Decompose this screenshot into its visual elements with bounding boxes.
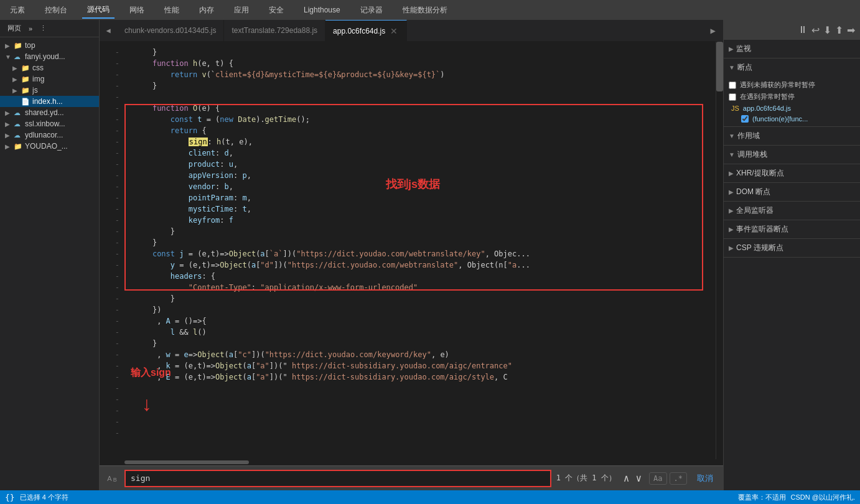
section-callstack: ▼ 调用堆栈 — [724, 146, 860, 164]
tree-item-ydlunaco[interactable]: ▶ ☁ ydlunacor... — [0, 129, 99, 141]
folder-icon-js: 📁 — [21, 86, 30, 95]
breakpoint-file[interactable]: JS app.0c6fc64d.js — [729, 103, 855, 114]
breakpoints-arrow-icon: ▼ — [729, 64, 735, 71]
nav-recorder[interactable]: 记录器 — [355, 2, 388, 18]
tree-item-img[interactable]: ▶ 📁 img — [0, 73, 99, 85]
step-into-btn[interactable]: ⬇ — [823, 24, 831, 36]
nav-sources[interactable]: 源代码 — [82, 2, 115, 19]
dom-title: DOM 断点 — [736, 187, 770, 197]
tree-item-index[interactable]: 📄 index.h... — [0, 96, 99, 107]
sidebar-tab-menu[interactable]: ⋮ — [37, 23, 49, 34]
cloud-icon-shared: ☁ — [14, 109, 22, 117]
tree-item-ssl[interactable]: ▶ ☁ ssl.xinbow... — [0, 118, 99, 129]
tree-arrow-js: ▶ — [12, 87, 19, 94]
step-out-btn[interactable]: ⬆ — [835, 24, 843, 36]
search-prev-btn[interactable]: ∧ — [621, 471, 632, 485]
section-csp-header[interactable]: ▶ CSP 违规断点 — [724, 239, 860, 257]
tab-nav-right-btn[interactable]: ▶ — [708, 24, 718, 37]
tree-arrow-top: ▶ — [5, 42, 11, 49]
pause-btn[interactable]: ⏸ — [798, 24, 808, 35]
nav-network[interactable]: 网络 — [124, 2, 149, 18]
nav-memory[interactable]: 内存 — [194, 2, 219, 18]
nav-perf-insights[interactable]: 性能数据分析 — [398, 2, 452, 18]
sidebar-tab-more[interactable]: » — [26, 24, 35, 34]
search-input-wrapper[interactable] — [124, 470, 551, 487]
scrollbar-thumb[interactable] — [716, 42, 723, 91]
tree-item-css[interactable]: ▶ 📁 css — [0, 62, 99, 73]
checkbox-caught-label: 在遇到异常时暂停 — [740, 92, 795, 101]
tree-arrow-img: ▶ — [12, 76, 19, 83]
tab-nav-left[interactable]: ◀ — [100, 26, 117, 35]
tree-arrow-youdao: ▶ — [5, 143, 11, 150]
tab-bar-right: ▶ — [708, 24, 723, 37]
tab-close-app[interactable]: ✕ — [389, 26, 399, 36]
tab-app[interactable]: app.0c6fc64d.js ✕ — [325, 20, 407, 42]
tab-chunk-vendors[interactable]: chunk-vendors.d01434d5.js — [117, 20, 224, 42]
code-content[interactable]: 找到js数据 } function h(e, t) { return v(`cl… — [124, 42, 716, 459]
status-bar: {} 已选择 4 个字符 覆盖率：不适用 CSDN @以山河作礼. — [0, 490, 860, 504]
case-sensitive-btn[interactable]: Aa — [649, 472, 666, 485]
breakpoint-func-label: (function(e){func... — [752, 115, 808, 123]
tree-label-ssl: ssl.xinbow... — [25, 119, 65, 128]
section-scope: ▼ 作用域 — [724, 127, 860, 146]
vertical-scrollbar[interactable] — [716, 42, 723, 459]
section-global-header[interactable]: ▶ 全局监听器 — [724, 202, 860, 220]
nav-console[interactable]: 控制台 — [40, 2, 72, 18]
section-breakpoints-header[interactable]: ▼ 断点 — [724, 58, 860, 77]
line-numbers: - - - - - - - - - - - - - - - — [100, 42, 124, 459]
tab-bar: ◀ chunk-vendors.d01434d5.js textTranslat… — [100, 20, 723, 42]
sidebar-tab-webpage[interactable]: 网页 — [5, 22, 24, 34]
cloud-icon-ssl: ☁ — [14, 120, 22, 128]
folder-icon-img: 📁 — [21, 75, 30, 83]
breakpoint-func-checkbox[interactable] — [741, 115, 749, 123]
tree-item-js[interactable]: ▶ 📁 js — [0, 85, 99, 96]
tree-arrow-ssl: ▶ — [5, 121, 11, 128]
section-watch-header[interactable]: ▶ 监视 — [724, 40, 860, 58]
csp-arrow-icon: ▶ — [729, 245, 734, 251]
tab-label-chunk-vendors: chunk-vendors.d01434d5.js — [124, 26, 216, 35]
bottom-scrollbar[interactable] — [100, 459, 723, 465]
tree-item-shared[interactable]: ▶ ☁ shared.yd... — [0, 107, 99, 118]
tree-item-youdao[interactable]: ▶ 📁 YOUDAO_... — [0, 141, 99, 152]
nav-security[interactable]: 安全 — [264, 2, 289, 18]
tab-label-app: app.0c6fc64d.js — [333, 27, 385, 35]
search-input[interactable] — [131, 474, 545, 483]
tree-item-fanyi[interactable]: ▼ ☁ fanyi.youd... — [0, 51, 99, 62]
search-cancel-btn[interactable]: 取消 — [692, 473, 718, 484]
search-next-btn[interactable]: ∨ — [633, 471, 644, 485]
step-btn[interactable]: ➡ — [847, 24, 855, 36]
nav-lighthouse[interactable]: Lighthouse — [299, 3, 345, 17]
section-scope-header[interactable]: ▼ 作用域 — [724, 127, 860, 145]
tree-item-top[interactable]: ▶ 📁 top — [0, 40, 99, 51]
section-event-header[interactable]: ▶ 事件监听器断点 — [724, 220, 860, 238]
checkbox-uncaught-label: 遇到未捕获的异常时暂停 — [740, 80, 815, 90]
callstack-arrow-icon: ▼ — [729, 151, 735, 158]
search-nav: ∧ ∨ — [621, 471, 644, 485]
section-watch: ▶ 监视 — [724, 40, 860, 58]
sidebar-header: 网页 » ⋮ — [0, 20, 99, 37]
nav-elements[interactable]: 元素 — [5, 2, 30, 18]
regex-btn[interactable]: .* — [670, 472, 687, 485]
tree-arrow-fanyi: ▼ — [5, 54, 11, 60]
section-xhr-header[interactable]: ▶ XHR/提取断点 — [724, 164, 860, 182]
section-dom-header[interactable]: ▶ DOM 断点 — [724, 183, 860, 201]
section-callstack-header[interactable]: ▼ 调用堆栈 — [724, 146, 860, 164]
code-wrapper: - - - - - - - - - - - - - - - — [100, 42, 723, 490]
callstack-title: 调用堆栈 — [737, 149, 767, 160]
checkbox-uncaught: 遇到未捕获的异常时暂停 — [729, 79, 855, 91]
tree-label-top: top — [25, 41, 35, 50]
breakpoint-file-label: app.0c6fc64d.js — [743, 105, 791, 112]
tree-arrow-ydlunaco: ▶ — [5, 132, 11, 139]
folder-icon-youdao: 📁 — [14, 142, 22, 151]
nav-performance[interactable]: 性能 — [159, 2, 184, 18]
search-bar: A B 1 个（共 1 个） ∧ ∨ Aa .* 取消 — [100, 465, 723, 490]
tree-arrow-shared: ▶ — [5, 110, 11, 116]
checkbox-uncaught-input[interactable] — [729, 82, 736, 89]
main-layout: 网页 » ⋮ ▶ 📁 top ▼ ☁ fanyi.youd... — [0, 20, 860, 490]
breakpoint-func-checkbox-row: (function(e){func... — [741, 114, 855, 124]
bottom-scrollbar-thumb[interactable] — [124, 460, 249, 464]
tab-text-translate[interactable]: textTranslate.729eda88.js — [224, 20, 325, 42]
checkbox-caught-input[interactable] — [729, 93, 736, 101]
step-over-btn[interactable]: ↩ — [811, 24, 820, 36]
nav-application[interactable]: 应用 — [229, 2, 254, 18]
